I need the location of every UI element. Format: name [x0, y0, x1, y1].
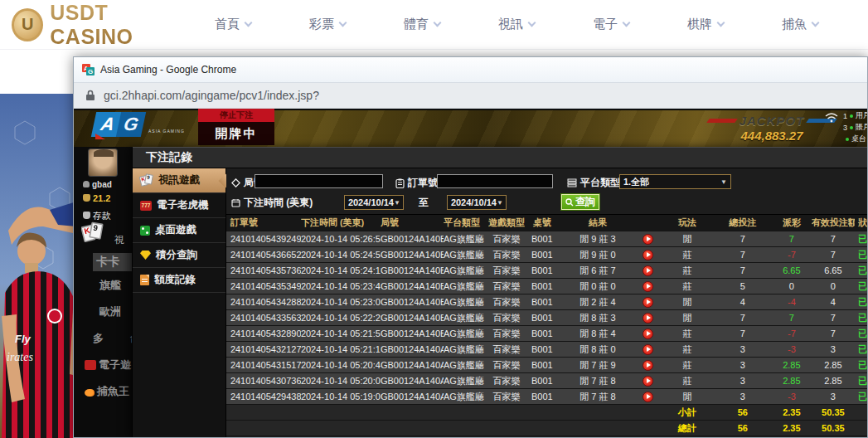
hall-tab-fragment[interactable]: 多 台	[93, 331, 132, 346]
column-header: 桌號	[525, 217, 560, 229]
table-cell: -3	[772, 392, 812, 402]
table-cell: 閒 9 莊 0	[560, 249, 636, 261]
stop-bet-label: 停止下注	[198, 109, 274, 122]
table-cell: 4	[812, 297, 855, 307]
table-row: 2410140543356342024-10-14 05:22:24GB0012…	[226, 310, 867, 326]
replay-button[interactable]	[643, 234, 653, 245]
chevron-down-icon	[245, 19, 253, 27]
replay-button[interactable]	[643, 297, 653, 308]
table-cell: 3	[812, 392, 855, 402]
menu-item-0[interactable]: K9視訊遊戲	[133, 168, 225, 193]
column-header: 局號	[381, 217, 444, 229]
table-cell: AG旗艦廳	[444, 359, 488, 372]
subtotal-row: 小計562.3550.35	[226, 405, 867, 421]
table-cell: 3	[714, 344, 772, 354]
table-cell: GB00124A140AY	[381, 360, 444, 370]
table-cell: AG旗艦廳	[444, 280, 488, 293]
table-cell: 241014054315172	[226, 360, 301, 370]
list-icon	[567, 178, 577, 187]
nav-item-3[interactable]: 視訊	[498, 17, 535, 32]
address-bar[interactable]: gci.2hhapi.com/agingame/pcv1/index.jsp?	[74, 83, 867, 109]
column-header: 總投注	[714, 217, 772, 229]
chevron-down-icon	[434, 19, 442, 27]
chrome-popup-window: AG Asia Gaming - Google Chrome gci.2hhap…	[73, 56, 868, 438]
nav-item-0[interactable]: 首頁	[215, 17, 251, 32]
round-no-input[interactable]	[255, 174, 383, 188]
lock-icon	[85, 90, 95, 101]
replay-button[interactable]	[643, 281, 653, 292]
menu-item-4[interactable]: 額度記錄	[133, 268, 225, 293]
table-cell: B001	[525, 360, 560, 370]
nav-item-6[interactable]: 捕魚	[782, 17, 818, 32]
magnifier-icon	[565, 198, 574, 207]
date-to-select[interactable]: 2024/10/14▼	[447, 195, 507, 210]
table-cell: -7	[772, 328, 812, 338]
replay-button[interactable]	[643, 328, 653, 339]
hall-tab-fragment[interactable]: 歐洲	[99, 304, 121, 319]
status-dot	[846, 138, 849, 141]
deposit-link[interactable]: 存款	[83, 210, 111, 222]
table-row: 2410140543534992024-10-14 05:23:49GB0012…	[226, 279, 867, 294]
menu-item-1[interactable]: 777電子老虎機	[133, 193, 225, 218]
nav-item-5[interactable]: 棋牌	[687, 17, 724, 32]
platform-type-label: 平台類型	[567, 176, 620, 190]
table-cell: 閒 8 莊 4	[560, 328, 636, 340]
table-cell: 241014054342889	[226, 297, 301, 307]
casino-brand[interactable]: U USDT CASINO	[12, 1, 190, 49]
table-row: 2410140543665232024-10-14 05:24:54GB0012…	[226, 247, 867, 263]
table-cell: GB00124A140B2	[381, 297, 444, 307]
nav-item-1[interactable]: 彩票	[309, 17, 346, 32]
playing-cards-icon: K9	[140, 174, 153, 187]
replay-button[interactable]	[643, 360, 653, 371]
table-cell: 莊	[661, 328, 714, 340]
replay-button[interactable]	[643, 344, 653, 355]
casino-brand-name: USDT CASINO	[50, 1, 190, 49]
replay-cell	[636, 312, 661, 324]
screen: U USDT CASINO 首頁彩票體育視訊電子棋牌捕魚	[0, 0, 868, 438]
session-info-row: 1用戶	[843, 110, 867, 121]
table-cell: AG旗艦廳	[444, 391, 488, 403]
document-icon	[140, 275, 149, 285]
svg-text:Fly: Fly	[15, 333, 32, 345]
hall-tab-fragment[interactable]: 捕魚王	[85, 384, 129, 399]
table-cell: 6.65	[812, 265, 855, 275]
nav-item-4[interactable]: 電子	[593, 17, 629, 32]
replay-button[interactable]	[643, 313, 653, 324]
dialog-menu: K9視訊遊戲777電子老虎機桌面遊戲積分查詢額度記錄	[133, 168, 226, 437]
table-cell: GB00124A140B0	[381, 328, 444, 338]
search-button[interactable]: 查詢	[561, 194, 599, 210]
date-from-select[interactable]: 2024/10/14▼	[344, 195, 404, 210]
session-info-row: 桌台	[843, 134, 867, 144]
dice-icon	[140, 226, 150, 236]
table-cell: GB00124A140AV	[381, 392, 444, 402]
table-cell: B001	[525, 234, 560, 244]
replay-button[interactable]	[643, 392, 653, 402]
window-titlebar[interactable]: AG Asia Gaming - Google Chrome	[74, 57, 867, 83]
cards-icon: K9	[86, 226, 99, 242]
user-avatar[interactable]	[88, 148, 118, 177]
total-row-cell: 50.35	[812, 423, 855, 433]
menu-item-3[interactable]: 積分查詢	[133, 243, 225, 268]
table-cell: AG旗艦廳	[444, 375, 488, 387]
hall-tab-fragment[interactable]: 旗艦	[99, 278, 121, 293]
table-cell: GB00124A140B3	[381, 281, 444, 291]
table-cell: 7	[714, 328, 772, 338]
table-cell: B001	[525, 392, 560, 402]
table-cell: 已結	[855, 312, 867, 324]
column-header: 訂單號	[226, 217, 301, 229]
nav-item-2[interactable]: 體育	[404, 17, 440, 32]
table-row: 2410140543151722024-10-14 05:20:44GB0012…	[226, 358, 867, 373]
total-row-cell: 2.35	[772, 423, 812, 433]
table-cell: AG旗艦廳	[444, 249, 488, 261]
chevron-down-icon	[339, 19, 347, 27]
total-row-cell: 56	[714, 423, 772, 433]
replay-button[interactable]	[643, 265, 653, 276]
order-no-input[interactable]	[437, 174, 553, 188]
table-cell: 百家樂	[488, 233, 525, 246]
menu-item-2[interactable]: 桌面遊戲	[133, 218, 225, 243]
bet-record-panel: 局號 訂單號 平台類型	[226, 168, 867, 437]
replay-button[interactable]	[643, 376, 653, 387]
hall-tab-fragment[interactable]: 電子遊	[85, 358, 131, 372]
platform-type-select[interactable]: 1.全部▼	[619, 174, 731, 189]
replay-button[interactable]	[643, 250, 653, 260]
